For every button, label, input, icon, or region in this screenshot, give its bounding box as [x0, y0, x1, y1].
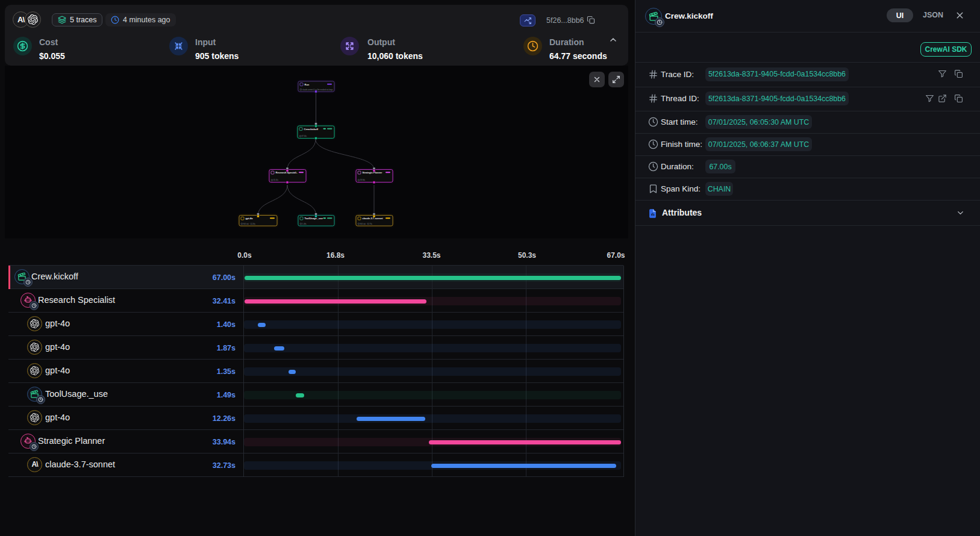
svg-text:Strategic Planner: Strategic Planner	[363, 171, 382, 174]
svg-text:Run: Run	[305, 83, 310, 86]
svg-text:gpt-4o: gpt-4o	[246, 217, 254, 220]
svg-text:Crew.kickoff: Crew.kickoff	[304, 128, 319, 131]
svg-text:33.94s: 33.94s	[360, 179, 366, 181]
svg-text:32.41s: 32.41s	[273, 179, 279, 181]
svg-text:67.00s: 67.00s	[302, 135, 307, 137]
svg-text:905 tok · 12.26s: 905 tok · 12.26s	[243, 223, 256, 225]
svg-text:claude-3.7-sonnet: claude-3.7-sonnet	[363, 217, 384, 220]
svg-text:claude-sonnet-4 via llm invoke: claude-sonnet-4 via llm invoked via lang…	[302, 89, 334, 91]
svg-text:1.49s: 1.49s	[302, 223, 307, 225]
svg-text:905 tok · 32.73s: 905 tok · 32.73s	[360, 223, 373, 225]
svg-text:ToolUsage._use: ToolUsage._use	[305, 217, 323, 220]
